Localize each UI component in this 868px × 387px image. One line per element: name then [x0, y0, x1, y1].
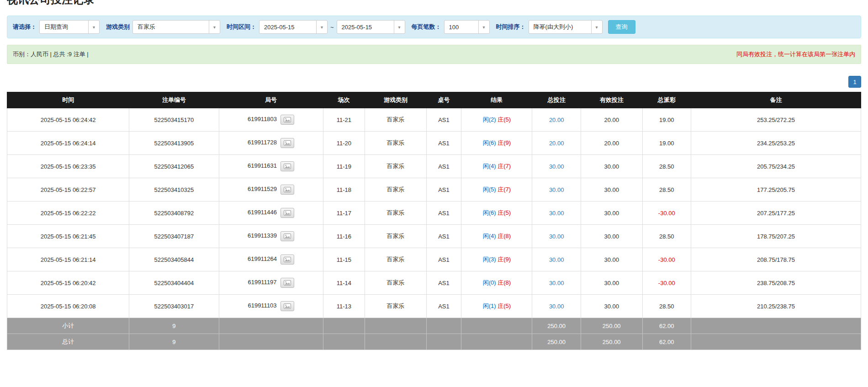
cell-table-number: AS1 — [426, 225, 461, 248]
cell-table-number: AS1 — [426, 201, 461, 225]
player-result: 闲(6) — [483, 209, 496, 216]
cell-note: 177.25/205.75 — [691, 178, 861, 201]
pagination: 1 — [7, 76, 861, 88]
cell-time: 2025-05-15 06:22:22 — [7, 201, 129, 225]
summary-row-label: 小计 — [7, 318, 129, 334]
cell-bet-id: 522503408792 — [129, 201, 219, 225]
summary-row-cell: 250.00 — [581, 318, 642, 334]
view-cards-button[interactable] — [281, 161, 294, 171]
view-cards-button[interactable] — [281, 138, 294, 148]
cell-table-number: AS1 — [426, 295, 461, 318]
cell-game-type: 百家乐 — [365, 132, 427, 155]
cell-total-bet[interactable]: 30.00 — [532, 225, 581, 248]
date-to-select[interactable]: 2025-05-15 ▾ — [337, 20, 405, 34]
cell-result: 闲(6) 庄(9) — [461, 132, 532, 155]
summary-row-cell: 250.00 — [532, 334, 581, 350]
cell-table-number: AS1 — [426, 108, 461, 132]
table-header-row: 时间注单编号局号场次游戏类别桌号结果总投注有效投注总派彩备注 — [7, 92, 861, 108]
view-cards-button[interactable] — [281, 254, 294, 265]
cell-valid-bet: 30.00 — [581, 248, 642, 271]
cell-game-type: 百家乐 — [365, 155, 427, 178]
cell-session: 11-17 — [323, 201, 365, 225]
summary-row-cell — [691, 334, 861, 350]
cell-valid-bet: 30.00 — [581, 225, 642, 248]
view-cards-button[interactable] — [281, 301, 294, 311]
page: 视讯公司投注记录 请选择： 日期查询 ▾ 游戏类别 百家乐 ▾ 时间区间： 20… — [0, 0, 868, 350]
summary-row-cell: 250.00 — [532, 318, 581, 334]
cell-session: 11-16 — [323, 225, 365, 248]
date-from-select[interactable]: 2025-05-15 ▾ — [259, 20, 328, 34]
card-image-icon — [284, 140, 291, 146]
cell-total-bet[interactable]: 30.00 — [532, 248, 581, 271]
table-row: 2025-05-15 06:22:57522503410325619911529… — [7, 178, 861, 201]
cell-session: 11-19 — [323, 155, 365, 178]
cell-time: 2025-05-15 06:20:08 — [7, 295, 129, 318]
card-image-icon — [284, 164, 291, 169]
query-type-select[interactable]: 日期查询 ▾ — [39, 20, 100, 34]
cell-time: 2025-05-15 06:22:57 — [7, 178, 129, 201]
page-1-button[interactable]: 1 — [848, 76, 861, 88]
cell-valid-bet: 20.00 — [581, 132, 642, 155]
cell-result: 闲(4) 庄(8) — [461, 225, 532, 248]
cell-payout: 28.50 — [642, 178, 691, 201]
cell-total-bet[interactable]: 30.00 — [532, 178, 581, 201]
search-button[interactable]: 查询 — [608, 20, 635, 34]
card-image-icon — [284, 280, 291, 286]
game-type-select[interactable]: 百家乐 ▾ — [132, 20, 220, 34]
banker-result: 庄(7) — [498, 163, 511, 170]
cell-time: 2025-05-15 06:24:14 — [7, 132, 129, 155]
cell-bet-id: 522503413905 — [129, 132, 219, 155]
game-type-value: 百家乐 — [138, 23, 205, 31]
cell-valid-bet: 30.00 — [581, 271, 642, 295]
round-id-text: 619911728 — [248, 139, 277, 146]
sort-order-select[interactable]: 降幂(由大到小) ▾ — [529, 20, 603, 34]
player-result: 闲(4) — [483, 233, 496, 239]
banker-result: 庄(9) — [498, 256, 511, 263]
cell-valid-bet: 30.00 — [581, 201, 642, 225]
cell-note: 234.25/253.25 — [691, 132, 861, 155]
view-cards-button[interactable] — [281, 115, 294, 125]
cell-total-bet[interactable]: 20.00 — [532, 108, 581, 132]
table-row: 2025-05-15 06:21:14522503405844619911264… — [7, 248, 861, 271]
round-id-text: 619911339 — [248, 232, 277, 239]
query-type-label: 请选择： — [13, 23, 37, 31]
cell-result: 闲(0) 庄(8) — [461, 271, 532, 295]
round-id-text: 619911446 — [248, 209, 277, 216]
cell-round-id: 619911529 — [219, 178, 323, 201]
cell-payout: -30.00 — [642, 201, 691, 225]
table-row: 2025-05-15 06:22:22522503408792619911446… — [7, 201, 861, 225]
cell-total-bet[interactable]: 30.00 — [532, 295, 581, 318]
view-cards-button[interactable] — [281, 185, 294, 195]
cell-game-type: 百家乐 — [365, 295, 427, 318]
cell-payout: 19.00 — [642, 132, 691, 155]
page-title: 视讯公司投注记录 — [7, 0, 861, 6]
cell-total-bet[interactable]: 30.00 — [532, 201, 581, 225]
cell-result: 闲(5) 庄(7) — [461, 178, 532, 201]
sort-order-value: 降幂(由大到小) — [534, 23, 587, 31]
view-cards-button[interactable] — [281, 208, 294, 218]
cell-total-bet[interactable]: 30.00 — [532, 155, 581, 178]
cell-total-bet[interactable]: 20.00 — [532, 132, 581, 155]
player-result: 闲(1) — [483, 302, 496, 309]
view-cards-button[interactable] — [281, 231, 294, 241]
table-row: 2025-05-15 06:20:42522503404404619911197… — [7, 271, 861, 295]
date-to-value: 2025-05-15 — [342, 24, 390, 31]
summary-row-cell — [461, 318, 532, 334]
cell-game-type: 百家乐 — [365, 178, 427, 201]
page-size-select[interactable]: 100 ▾ — [444, 20, 490, 34]
summary-row-cell — [691, 318, 861, 334]
summary-row-cell — [426, 334, 461, 350]
cell-payout: 19.00 — [642, 108, 691, 132]
view-cards-button[interactable] — [281, 278, 294, 288]
cell-valid-bet: 30.00 — [581, 295, 642, 318]
page-size-value: 100 — [449, 24, 475, 31]
summary-row-cell — [426, 318, 461, 334]
cell-result: 闲(4) 庄(7) — [461, 155, 532, 178]
cell-bet-id: 522503407187 — [129, 225, 219, 248]
column-header: 场次 — [323, 92, 365, 108]
column-header: 局号 — [219, 92, 323, 108]
cell-total-bet[interactable]: 30.00 — [532, 271, 581, 295]
banker-result: 庄(8) — [498, 279, 511, 286]
chevron-down-icon: ▾ — [316, 21, 327, 33]
round-id-text: 619911103 — [248, 302, 276, 309]
